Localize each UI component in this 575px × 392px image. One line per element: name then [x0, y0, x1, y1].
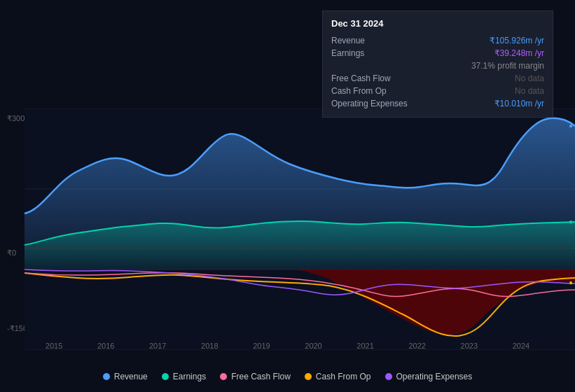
opex-dot: [385, 373, 392, 380]
profit-margin-value: 37.1% profit margin: [471, 61, 544, 71]
revenue-dot: [103, 373, 110, 380]
legend-opex-label: Operating Expenses: [396, 372, 473, 382]
legend: Revenue Earnings Free Cash Flow Cash Fro…: [0, 372, 575, 382]
legend-cashop-label: Cash From Op: [316, 372, 371, 382]
zero-line: [25, 248, 571, 249]
opex-row: Operating Expenses ₹10.010m /yr: [331, 97, 544, 110]
earnings-value: ₹39.248m /yr: [494, 48, 544, 58]
x-label-2022: 2022: [408, 342, 425, 350]
x-label-2021: 2021: [356, 342, 373, 350]
cashop-row: Cash From Op No data: [331, 85, 544, 97]
legend-revenue-label: Revenue: [114, 372, 148, 382]
x-label-2023: 2023: [461, 342, 478, 350]
legend-fcf[interactable]: Free Cash Flow: [220, 372, 291, 382]
cashop-label: Cash From Op: [331, 86, 415, 96]
fcf-value: No data: [515, 74, 544, 83]
earnings-row: Earnings ₹39.248m /yr: [331, 47, 544, 59]
fcf-label: Free Cash Flow: [331, 74, 415, 83]
opex-label: Operating Expenses: [331, 99, 415, 108]
x-label-2024: 2024: [513, 342, 529, 350]
svg-text:●: ●: [569, 279, 573, 286]
x-label-2019: 2019: [253, 342, 270, 350]
revenue-label: Revenue: [331, 36, 415, 46]
x-label-2017: 2017: [149, 342, 166, 350]
revenue-value: ₹105.926m /yr: [490, 36, 544, 46]
x-label-2018: 2018: [201, 342, 218, 350]
svg-text:●: ●: [569, 122, 573, 130]
cashop-dot: [305, 373, 312, 380]
x-label-2020: 2020: [305, 342, 321, 350]
svg-text:●: ●: [569, 218, 573, 225]
legend-earnings-label: Earnings: [173, 372, 206, 382]
x-label-2016: 2016: [97, 342, 114, 350]
fcf-row: Free Cash Flow No data: [331, 72, 544, 85]
x-axis: 2015 2016 2017 2018 2019 2020 2021 2022 …: [0, 342, 575, 350]
date-label: Dec 31 2024: [331, 18, 544, 29]
legend-cashop[interactable]: Cash From Op: [305, 372, 371, 382]
tooltip-box: Dec 31 2024 Revenue ₹105.926m /yr Earnin…: [322, 10, 553, 118]
earnings-label: Earnings: [331, 48, 415, 58]
opex-value: ₹10.010m /yr: [494, 99, 544, 108]
legend-earnings[interactable]: Earnings: [162, 372, 206, 382]
profit-margin-row: 37.1% profit margin: [331, 59, 544, 72]
revenue-row: Revenue ₹105.926m /yr: [331, 34, 544, 47]
legend-opex[interactable]: Operating Expenses: [385, 372, 473, 382]
legend-revenue[interactable]: Revenue: [103, 372, 148, 382]
fcf-dot: [220, 373, 227, 380]
cashop-value: No data: [515, 86, 544, 96]
earnings-dot: [162, 373, 169, 380]
legend-fcf-label: Free Cash Flow: [231, 372, 291, 382]
chart-svg: ● ● ●: [0, 108, 575, 350]
x-label-2015: 2015: [46, 342, 62, 350]
